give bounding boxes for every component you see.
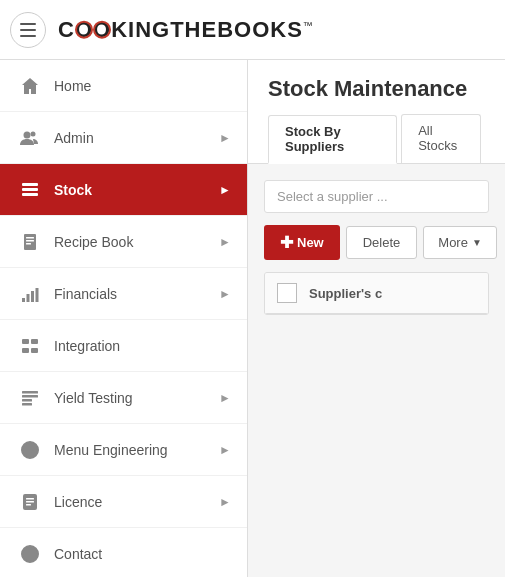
sidebar-label-menu-engineering: Menu Engineering — [54, 442, 219, 458]
stock-icon — [16, 176, 44, 204]
svg-rect-7 — [26, 240, 34, 242]
content-header: Stock Maintenance Stock By Suppliers All… — [248, 60, 505, 164]
licence-icon — [16, 488, 44, 516]
sidebar-item-stock[interactable]: Stock ► — [0, 164, 247, 216]
header-checkbox[interactable] — [277, 283, 297, 303]
svg-rect-4 — [22, 193, 38, 196]
svg-rect-12 — [36, 288, 39, 302]
menu-button[interactable] — [10, 12, 46, 48]
new-button[interactable]: ✚ New — [264, 225, 340, 260]
svg-rect-20 — [22, 403, 32, 406]
svg-rect-15 — [22, 348, 29, 353]
svg-rect-9 — [22, 298, 25, 302]
sidebar-item-yield-testing[interactable]: Yield Testing ► — [0, 372, 247, 424]
sidebar-item-financials[interactable]: Financials ► — [0, 268, 247, 320]
sidebar-item-admin[interactable]: Admin ► — [0, 112, 247, 164]
more-button[interactable]: More ▼ — [423, 226, 497, 259]
sidebar-item-contact[interactable]: Contact — [0, 528, 247, 577]
sidebar-label-integration: Integration — [54, 338, 231, 354]
new-label: New — [297, 235, 324, 250]
page-title: Stock Maintenance — [268, 76, 485, 102]
svg-point-0 — [24, 131, 31, 138]
supplier-select[interactable]: Select a supplier ... — [264, 180, 489, 213]
stock-arrow: ► — [219, 183, 231, 197]
svg-rect-5 — [24, 234, 36, 250]
logo-o1: O — [75, 17, 93, 43]
sidebar-label-admin: Admin — [54, 130, 219, 146]
sidebar-item-menu-engineering[interactable]: Menu Engineering ► — [0, 424, 247, 476]
svg-rect-11 — [31, 291, 34, 302]
plus-icon: ✚ — [280, 233, 293, 252]
svg-rect-16 — [31, 348, 38, 353]
svg-point-1 — [31, 131, 36, 136]
sidebar-label-home: Home — [54, 78, 231, 94]
svg-rect-6 — [26, 237, 34, 239]
stock-table: Supplier's c — [264, 272, 489, 315]
financials-icon — [16, 280, 44, 308]
main-layout: Home Admin ► Stock ► — [0, 60, 505, 577]
table-header-row: Supplier's c — [265, 273, 488, 314]
app-logo: COOKINGTHEBOOKS™ — [58, 17, 314, 43]
sidebar-label-financials: Financials — [54, 286, 219, 302]
content-body: Select a supplier ... ✚ New Delete More … — [248, 164, 505, 577]
svg-point-27 — [28, 552, 32, 556]
svg-rect-24 — [26, 501, 34, 503]
sidebar-item-integration[interactable]: Integration — [0, 320, 247, 372]
menu-eng-arrow: ► — [219, 443, 231, 457]
svg-rect-2 — [22, 183, 38, 186]
financials-arrow: ► — [219, 287, 231, 301]
menu-icon-line2 — [20, 29, 36, 31]
tab-stock-by-suppliers[interactable]: Stock By Suppliers — [268, 115, 397, 164]
svg-rect-3 — [22, 188, 38, 191]
admin-icon — [16, 124, 44, 152]
svg-rect-17 — [22, 391, 38, 394]
logo-tm: ™ — [303, 19, 314, 30]
sidebar-label-contact: Contact — [54, 546, 231, 562]
menu-icon-line1 — [20, 23, 36, 25]
recipe-icon — [16, 228, 44, 256]
contact-icon — [16, 540, 44, 568]
svg-rect-25 — [26, 504, 31, 506]
sidebar-item-recipe-book[interactable]: Recipe Book ► — [0, 216, 247, 268]
menu-icon-line3 — [20, 35, 36, 37]
yield-icon — [16, 384, 44, 412]
sidebar: Home Admin ► Stock ► — [0, 60, 248, 577]
recipe-arrow: ► — [219, 235, 231, 249]
logo-o2: O — [93, 17, 111, 43]
toolbar: ✚ New Delete More ▼ — [264, 225, 489, 260]
sidebar-item-licence[interactable]: Licence ► — [0, 476, 247, 528]
admin-arrow: ► — [219, 131, 231, 145]
home-icon — [16, 72, 44, 100]
licence-arrow: ► — [219, 495, 231, 509]
app-header: COOKINGTHEBOOKS™ — [0, 0, 505, 60]
more-label: More — [438, 235, 468, 250]
svg-rect-14 — [31, 339, 38, 344]
sidebar-label-recipe-book: Recipe Book — [54, 234, 219, 250]
svg-rect-19 — [22, 399, 32, 402]
sidebar-label-stock: Stock — [54, 182, 219, 198]
tabs-bar: Stock By Suppliers All Stocks — [268, 114, 485, 163]
sidebar-label-licence: Licence — [54, 494, 219, 510]
supplier-col-header: Supplier's c — [309, 286, 382, 301]
svg-rect-10 — [27, 294, 30, 302]
svg-rect-23 — [26, 498, 34, 500]
tab-all-stocks[interactable]: All Stocks — [401, 114, 481, 163]
sidebar-label-yield-testing: Yield Testing — [54, 390, 219, 406]
svg-rect-18 — [22, 395, 38, 398]
content-area: Stock Maintenance Stock By Suppliers All… — [248, 60, 505, 577]
svg-rect-8 — [26, 243, 31, 245]
chevron-down-icon: ▼ — [472, 237, 482, 248]
integration-icon — [16, 332, 44, 360]
sidebar-item-home[interactable]: Home — [0, 60, 247, 112]
svg-rect-13 — [22, 339, 29, 344]
yield-arrow: ► — [219, 391, 231, 405]
menu-eng-icon — [16, 436, 44, 464]
delete-button[interactable]: Delete — [346, 226, 418, 259]
